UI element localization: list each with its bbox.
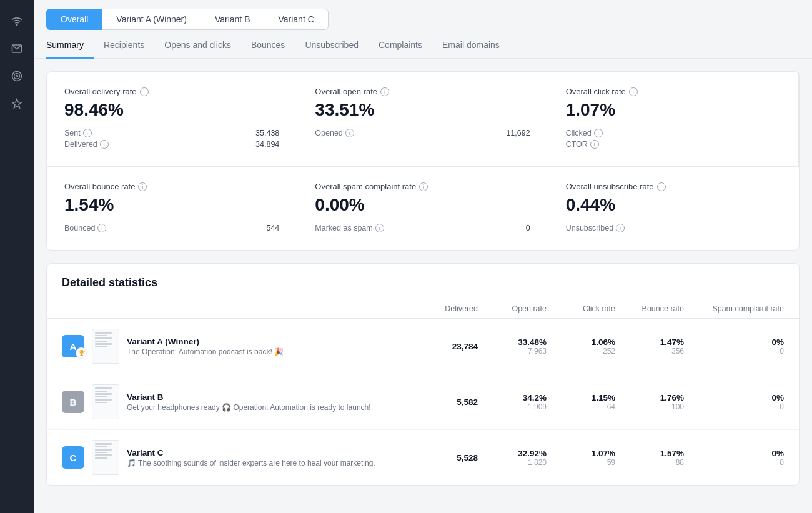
- detailed-statistics: Detailed statistics Delivered Open rate …: [46, 263, 800, 486]
- variant-c-info: C Variant C 🎵 The soothing sounds of ins…: [62, 440, 409, 475]
- thumb-line: [95, 335, 107, 337]
- detailed-title: Detailed statistics: [47, 264, 799, 299]
- stat-sent-row: Sent i 35,438: [64, 129, 279, 137]
- tab-unsubscribed[interactable]: Unsubscribed: [295, 32, 369, 59]
- stat-click-rate: Overall click rate i 1.07% Clicked i CTO…: [548, 72, 799, 166]
- variant-c-badge: C: [62, 446, 84, 469]
- tab-variant-c[interactable]: Variant C: [264, 9, 328, 30]
- thumb-line: [95, 396, 107, 398]
- variant-c-name: Variant C: [127, 448, 375, 457]
- tab-email-domains[interactable]: Email domains: [432, 32, 510, 59]
- stat-bounce-value: 1.54%: [64, 195, 279, 215]
- tab-variant-b[interactable]: Variant B: [201, 9, 265, 30]
- thumb-line: [95, 346, 107, 348]
- col-open-rate: Open rate: [478, 304, 547, 313]
- svg-marker-5: [12, 99, 22, 108]
- stat-delivery-value: 98.46%: [64, 100, 279, 120]
- stat-delivery-label: Overall delivery rate i: [64, 87, 279, 96]
- tab-summary[interactable]: Summary: [46, 32, 94, 59]
- mail-icon[interactable]: [6, 37, 28, 60]
- stat-open-rate: Overall open rate i 33.51% Opened i 11,6…: [297, 72, 548, 166]
- variant-c-text: Variant C 🎵 The soothing sounds of insid…: [127, 448, 375, 467]
- thumb-line: [95, 452, 107, 454]
- winner-icon: 🏆: [76, 347, 87, 359]
- bounced-info-icon[interactable]: i: [97, 224, 106, 232]
- stat-bounced-row: Bounced i 544: [64, 224, 279, 232]
- variant-b-name: Variant B: [127, 392, 371, 402]
- variant-b-spam: 0% 0: [684, 393, 784, 411]
- variant-c-open: 32.92% 1,820: [478, 449, 547, 467]
- variant-b-badge: B: [62, 391, 84, 413]
- target-icon[interactable]: [6, 65, 28, 87]
- tab-complaints[interactable]: Complaints: [369, 32, 432, 59]
- variant-a-subject: The Operation: Automation podcast is bac…: [127, 347, 284, 356]
- tab-opens-clicks[interactable]: Opens and clicks: [154, 32, 241, 59]
- col-bounce-rate: Bounce rate: [615, 304, 684, 313]
- main-content: Overall Variant A (Winner) Variant B Var…: [34, 0, 812, 513]
- bounce-rate-info-icon[interactable]: i: [138, 182, 147, 191]
- variant-b-info: B Variant B Get your headphones ready 🎧 …: [62, 384, 409, 419]
- thumb-line: [95, 391, 107, 392]
- stat-unsub-rate: Overall unsubscribe rate i 0.44% Unsubsc…: [548, 167, 799, 250]
- stat-bounce-rate: Overall bounce rate i 1.54% Bounced i 54…: [47, 167, 297, 250]
- col-spam-rate: Spam complaint rate: [684, 304, 784, 313]
- variant-c-click: 1.07% 59: [547, 449, 615, 467]
- variant-a-bounce: 1.47% 356: [615, 337, 684, 356]
- variant-tabs: Overall Variant A (Winner) Variant B Var…: [34, 0, 812, 30]
- stat-click-label: Overall click rate i: [566, 87, 781, 96]
- unsub-info-icon[interactable]: i: [616, 224, 625, 232]
- tab-variant-a[interactable]: Variant A (Winner): [102, 9, 201, 30]
- variant-a-thumbnail: [92, 329, 119, 364]
- stat-opened-row: Opened i 11,692: [315, 129, 530, 137]
- table-header: Delivered Open rate Click rate Bounce ra…: [47, 299, 799, 319]
- stat-ctor-row: CTOR i: [566, 140, 781, 149]
- ctor-info-icon[interactable]: i: [590, 140, 599, 149]
- stat-unsub-label: Overall unsubscribe rate i: [566, 182, 781, 191]
- broadcast-icon[interactable]: [6, 10, 28, 32]
- stat-click-value: 1.07%: [566, 100, 781, 120]
- thumb-line: [95, 446, 107, 448]
- variant-a-badge-wrap: A 🏆: [62, 335, 84, 357]
- click-rate-info-icon[interactable]: i: [629, 87, 638, 96]
- table-row: A 🏆 Variant A (Winner) The Operation: Au…: [47, 319, 799, 374]
- tab-bounces[interactable]: Bounces: [241, 32, 295, 59]
- stat-spam-rate: Overall spam complaint rate i 0.00% Mark…: [297, 167, 548, 250]
- variant-c-delivered: 5,528: [409, 453, 478, 462]
- opened-info-icon[interactable]: i: [345, 129, 354, 137]
- tab-recipients[interactable]: Recipients: [94, 32, 154, 59]
- col-variant: [62, 304, 409, 313]
- variant-c-thumbnail: [92, 440, 119, 475]
- sub-tabs: Summary Recipients Opens and clicks Boun…: [34, 32, 812, 59]
- svg-point-0: [16, 24, 17, 26]
- thumb-line: [95, 457, 107, 459]
- col-delivered: Delivered: [409, 304, 478, 313]
- content-area: Overall delivery rate i 98.46% Sent i 35…: [34, 59, 812, 513]
- variant-b-text: Variant B Get your headphones ready 🎧 Op…: [127, 392, 371, 412]
- svg-point-4: [16, 76, 18, 77]
- tab-overall[interactable]: Overall: [46, 9, 102, 30]
- thumb-line: [95, 402, 107, 404]
- stat-open-label: Overall open rate i: [315, 87, 530, 96]
- spam-rate-info-icon[interactable]: i: [419, 182, 428, 191]
- svg-point-3: [14, 74, 20, 79]
- variant-a-open: 33.48% 7,963: [478, 337, 547, 356]
- thumb-line: [95, 454, 112, 456]
- variant-a-name: Variant A (Winner): [127, 337, 284, 346]
- open-rate-info-icon[interactable]: i: [380, 87, 389, 96]
- stat-clicked-row: Clicked i: [566, 129, 781, 137]
- stats-card-row1: Overall delivery rate i 98.46% Sent i 35…: [46, 71, 800, 251]
- sparkle-icon[interactable]: [6, 92, 28, 115]
- stat-delivery-rate: Overall delivery rate i 98.46% Sent i 35…: [47, 72, 297, 166]
- variant-b-subject: Get your headphones ready 🎧 Operation: A…: [127, 403, 371, 412]
- clicked-info-icon[interactable]: i: [594, 129, 603, 137]
- stat-delivered-row: Delivered i 34,894: [64, 140, 279, 149]
- sent-info-icon[interactable]: i: [83, 129, 92, 137]
- unsub-rate-info-icon[interactable]: i: [657, 182, 666, 191]
- delivery-info-icon[interactable]: i: [140, 87, 149, 96]
- variant-c-spam: 0% 0: [684, 449, 784, 467]
- marked-spam-info-icon[interactable]: i: [375, 224, 384, 232]
- sidebar: [0, 0, 34, 513]
- thumb-line: [95, 332, 112, 334]
- delivered-info-icon[interactable]: i: [100, 140, 109, 149]
- variant-b-bounce: 1.76% 100: [615, 393, 684, 411]
